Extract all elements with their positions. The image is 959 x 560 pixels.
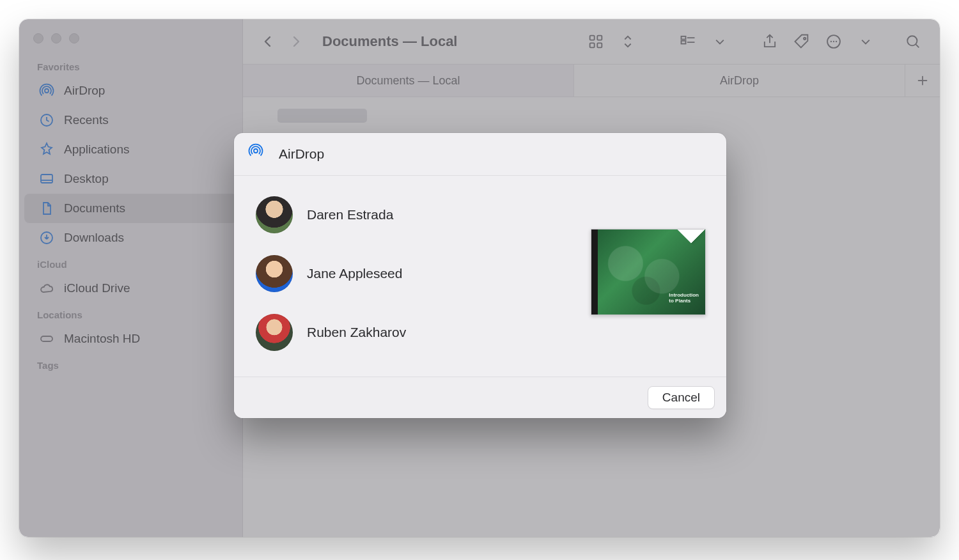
airdrop-people-list: Daren Estrada Jane Appleseed Ruben Zakha… — [256, 192, 584, 351]
dialog-title: AirDrop — [279, 146, 324, 162]
file-thumbnail: Introduction to Plants — [591, 229, 706, 315]
person-name: Daren Estrada — [307, 207, 393, 222]
dialog-footer: Cancel — [234, 377, 726, 418]
person-name: Jane Appleseed — [307, 266, 402, 281]
finder-window: Favorites AirDrop Recents Applications — [19, 19, 940, 537]
svg-point-17 — [254, 149, 258, 153]
airdrop-icon — [248, 143, 270, 165]
airdrop-person[interactable]: Jane Appleseed — [256, 255, 584, 292]
airdrop-person[interactable]: Ruben Zakharov — [256, 314, 584, 351]
person-name: Ruben Zakharov — [307, 325, 406, 340]
airdrop-person[interactable]: Daren Estrada — [256, 196, 584, 233]
cancel-button[interactable]: Cancel — [648, 386, 715, 409]
avatar — [256, 314, 293, 351]
airdrop-dialog: AirDrop Daren Estrada Jane Appleseed Rub… — [234, 133, 726, 418]
dialog-header: AirDrop — [234, 133, 726, 176]
file-preview: Introduction to Plants — [591, 229, 712, 315]
avatar — [256, 255, 293, 292]
file-caption: Introduction to Plants — [669, 292, 699, 304]
avatar — [256, 196, 293, 233]
